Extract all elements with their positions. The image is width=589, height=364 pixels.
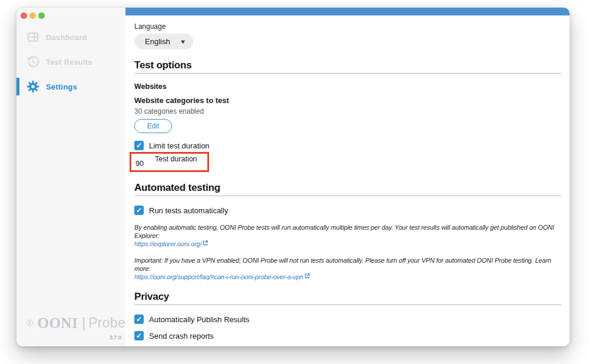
websites-title: Websites (134, 82, 562, 91)
website-categories-label: Website categories to test (134, 96, 562, 105)
section-divider (134, 73, 562, 74)
edit-categories-button[interactable]: Edit (134, 119, 172, 133)
ooni-octopus-icon (26, 313, 33, 333)
sidebar-item-test-results[interactable]: Test Results (16, 54, 125, 70)
logo-separator: | (82, 315, 85, 331)
publish-results-row: ✓ Automatically Publish Results (134, 315, 562, 324)
section-divider (134, 196, 562, 196)
crash-reports-row: ✓ Send crash reports (134, 331, 562, 340)
test-duration-input[interactable]: Test duration 90 (131, 154, 207, 170)
test-duration-value: 90 (135, 160, 144, 168)
section-divider (134, 305, 562, 305)
crash-reports-label: Send crash reports (149, 332, 214, 340)
publish-results-label: Automatically Publish Results (149, 315, 250, 324)
limit-test-duration-checkbox[interactable]: ✓ (134, 141, 144, 150)
logo-product-text: Probe (88, 315, 125, 331)
sidebar-item-dashboard[interactable]: Dashboard (16, 29, 125, 45)
categories-enabled-status: 30 categories enabled (134, 107, 562, 115)
crash-reports-checkbox[interactable]: ✓ (134, 331, 144, 340)
ooni-logo: OONI | Probe 3.7.0 (16, 313, 125, 340)
run-tests-automatically-label: Run tests automatically (149, 206, 228, 215)
gear-icon (27, 80, 39, 93)
close-button[interactable] (21, 12, 27, 19)
logo-brand-text: OONI (37, 315, 78, 332)
vpn-warning-description: Important: If you have a VPN enabled, OO… (134, 256, 562, 273)
sidebar-item-settings[interactable]: Settings (16, 79, 125, 94)
header-bar (125, 8, 570, 16)
sidebar-item-label: Settings (46, 82, 77, 91)
language-selected-value: English (145, 37, 170, 46)
dashboard-icon (27, 31, 39, 44)
language-label: Language (134, 22, 562, 31)
settings-content: Language English ▼ Test options Websites… (125, 16, 570, 346)
minimize-button[interactable] (29, 12, 36, 19)
limit-test-duration-row: ✓ Limit test duration (134, 141, 562, 150)
check-icon: ✓ (136, 316, 142, 323)
run-tests-automatically-checkbox[interactable]: ✓ (134, 206, 144, 215)
check-icon: ✓ (136, 142, 142, 149)
publish-results-checkbox[interactable]: ✓ (134, 315, 144, 324)
sidebar: Dashboard Test Results (16, 8, 125, 346)
automated-testing-heading: Automated testing (134, 182, 562, 194)
sidebar-item-label: Test Results (46, 58, 92, 67)
main-panel: Language English ▼ Test options Websites… (125, 8, 570, 346)
check-icon: ✓ (136, 332, 142, 339)
external-link-icon (305, 273, 310, 279)
run-tests-automatically-row: ✓ Run tests automatically (134, 206, 562, 215)
test-duration-label: Test duration (155, 155, 197, 163)
annotation-highlight-box: Test duration 90 (130, 152, 209, 172)
vpn-faq-link[interactable]: https://ooni.org/support/faq/#can-i-run-… (134, 273, 303, 281)
app-window: Dashboard Test Results (16, 8, 570, 346)
language-select[interactable]: English ▼ (134, 34, 193, 49)
automated-testing-description: By enabling automatic testing, OONI Prob… (134, 223, 562, 240)
history-icon (27, 55, 39, 68)
sidebar-version: 3.7.0 (16, 335, 125, 340)
window-controls (16, 8, 125, 19)
test-options-heading: Test options (134, 59, 562, 71)
privacy-heading: Privacy (134, 291, 562, 303)
chevron-down-icon: ▼ (180, 39, 187, 45)
zoom-button[interactable] (38, 12, 45, 19)
check-icon: ✓ (136, 207, 142, 214)
external-link-icon (203, 240, 208, 246)
sidebar-nav: Dashboard Test Results (16, 29, 125, 94)
explorer-link[interactable]: https://explorer.ooni.org/ (134, 240, 201, 248)
sidebar-item-label: Dashboard (46, 33, 87, 42)
limit-test-duration-label: Limit test duration (149, 141, 210, 150)
